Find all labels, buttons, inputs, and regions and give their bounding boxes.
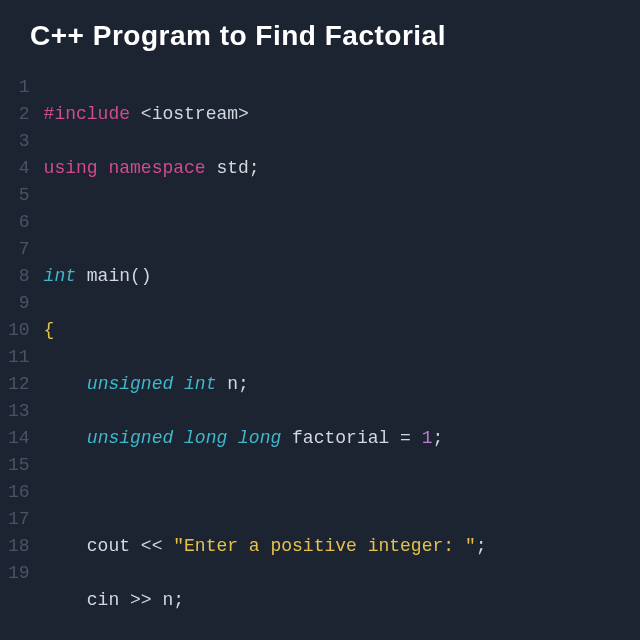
line-number: 17 — [8, 506, 30, 533]
line-number: 15 — [8, 452, 30, 479]
tk-header: <iostream> — [130, 104, 249, 124]
line-number: 14 — [8, 425, 30, 452]
tk-ident: n; — [216, 374, 248, 394]
line-number: 6 — [8, 209, 30, 236]
line-number: 10 — [8, 317, 30, 344]
code-line: cout << "Enter a positive integer: "; — [44, 533, 638, 560]
code-line: unsigned int n; — [44, 371, 638, 398]
line-number: 16 — [8, 479, 30, 506]
tk-ident: cout << — [44, 536, 174, 556]
line-number: 8 — [8, 263, 30, 290]
tk-ident: std; — [206, 158, 260, 178]
code-line: unsigned long long factorial = 1; — [44, 425, 638, 452]
line-number: 1 — [8, 74, 30, 101]
code-line: #include <iostream> — [44, 101, 638, 128]
code-line — [44, 209, 638, 236]
line-number: 5 — [8, 182, 30, 209]
tk-string: "Enter a positive integer: " — [173, 536, 475, 556]
code-editor: 1 2 3 4 5 6 7 8 9 10 11 12 13 14 15 16 1… — [0, 74, 640, 640]
code-snippet-card: C++ Program to Find Factorial 1 2 3 4 5 … — [0, 0, 640, 640]
line-number: 12 — [8, 371, 30, 398]
line-number: 4 — [8, 155, 30, 182]
line-number: 3 — [8, 128, 30, 155]
tk-keyword: namespace — [108, 158, 205, 178]
page-title: C++ Program to Find Factorial — [30, 20, 640, 52]
line-number: 2 — [8, 101, 30, 128]
code-line: { — [44, 317, 638, 344]
tk-preproc: #include — [44, 104, 130, 124]
code-line: using namespace std; — [44, 155, 638, 182]
tk-ident: factorial = — [281, 428, 421, 448]
tk-func: main() — [76, 266, 152, 286]
code-line: cin >> n; — [44, 587, 638, 614]
tk-keyword: using — [44, 158, 98, 178]
line-number: 9 — [8, 290, 30, 317]
tk-number: 1 — [422, 428, 433, 448]
line-number: 11 — [8, 344, 30, 371]
tk-type: int — [44, 266, 76, 286]
tk-type: unsigned long long — [87, 428, 281, 448]
code-content: #include <iostream> using namespace std;… — [44, 74, 638, 640]
tk-brace: { — [44, 320, 55, 340]
line-number: 19 — [8, 560, 30, 587]
code-line: int main() — [44, 263, 638, 290]
line-number: 7 — [8, 236, 30, 263]
code-line — [44, 479, 638, 506]
tk-type: unsigned int — [87, 374, 217, 394]
line-number-gutter: 1 2 3 4 5 6 7 8 9 10 11 12 13 14 15 16 1… — [0, 74, 44, 640]
line-number: 18 — [8, 533, 30, 560]
tk-ident: cin >> n; — [44, 590, 184, 610]
line-number: 13 — [8, 398, 30, 425]
